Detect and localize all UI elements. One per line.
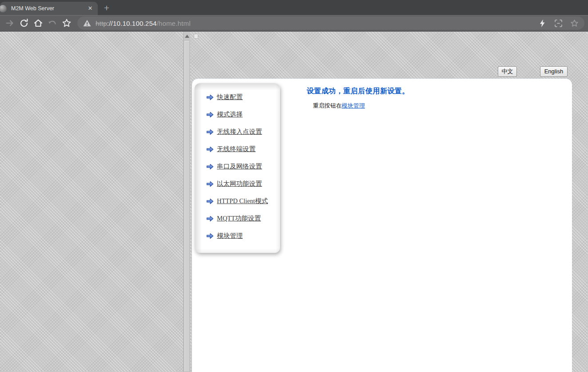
bookmark-star-icon[interactable] [61, 18, 72, 28]
restart-note-text: 重启按钮在 [313, 102, 342, 109]
arrow-right-icon [206, 198, 214, 204]
menu-item: 无线终端设置 [195, 140, 280, 158]
url-host: 10.10.100.254 [113, 20, 157, 27]
menu-link-serial-network-settings[interactable]: 串口及网络设置 [217, 162, 262, 171]
menu-link-wireless-ap-settings[interactable]: 无线接入点设置 [217, 128, 262, 136]
browser-tab[interactable]: M2M Web Server ✕ [0, 2, 98, 15]
tab-bar: M2M Web Server ✕ + [0, 0, 588, 15]
page-viewport: 中文 English 快速配置 模式选择 无线接入点设置 [0, 32, 588, 372]
module-management-link[interactable]: 模块管理 [342, 102, 365, 109]
menu-item: 模块管理 [195, 227, 280, 244]
not-secure-warning-icon[interactable] [83, 19, 92, 28]
menu-link-mode-select[interactable]: 模式选择 [217, 110, 243, 119]
undo-history-icon[interactable] [47, 18, 58, 28]
browser-toolbar: http://10.10.100.254/home.html [0, 15, 588, 32]
arrow-right-icon [206, 112, 214, 118]
browser-window: M2M Web Server ✕ + [0, 0, 588, 372]
language-button-english[interactable]: English [540, 66, 568, 77]
scrollbar-thumb[interactable] [184, 40, 190, 372]
url-scheme: http [96, 20, 107, 27]
arrow-right-icon [206, 233, 214, 239]
menu-link-httpd-client-mode[interactable]: HTTPD Client模式 [217, 197, 268, 205]
menu-link-ethernet-settings[interactable]: 以太网功能设置 [217, 180, 262, 188]
status-message: 设置成功，重启后使用新设置。 [307, 87, 409, 96]
reload-icon[interactable] [19, 18, 29, 28]
left-frame [0, 32, 184, 372]
tab-close-icon[interactable]: ✕ [86, 4, 94, 12]
url-delimiter: :// [107, 20, 113, 27]
arrow-right-icon [206, 164, 214, 170]
menu-item: HTTPD Client模式 [195, 192, 280, 210]
restart-note: 重启按钮在模块管理 [313, 102, 409, 110]
tab-title: M2M Web Server [11, 5, 86, 12]
menu-item: 无线接入点设置 [195, 123, 280, 140]
main-panel: 快速配置 模式选择 无线接入点设置 无线终端设置 [192, 79, 572, 372]
menu-link-mqtt-settings[interactable]: MQTT功能设置 [217, 214, 261, 223]
content-area: 设置成功，重启后使用新设置。 重启按钮在模块管理 [307, 87, 409, 110]
language-button-chinese[interactable]: 中文 [498, 66, 517, 77]
arrow-right-icon [206, 129, 214, 135]
arrow-right-icon [206, 181, 214, 187]
arrow-right-icon [206, 216, 214, 222]
left-frame-scrollbar[interactable] [184, 32, 190, 372]
menu-item: 串口及网络设置 [195, 158, 280, 175]
new-tab-button[interactable]: + [101, 3, 112, 13]
screen-capture-icon[interactable] [554, 19, 563, 28]
site-favicon-icon [0, 5, 7, 12]
menu-item: MQTT功能设置 [195, 210, 280, 227]
menu-item: 以太网功能设置 [195, 175, 280, 192]
forward-icon[interactable] [4, 18, 15, 28]
lightning-icon[interactable] [538, 19, 547, 28]
favorite-star-icon[interactable] [570, 19, 579, 28]
menu-link-module-management[interactable]: 模块管理 [217, 232, 243, 240]
arrow-right-icon [206, 146, 214, 152]
broken-image-icon [194, 34, 198, 39]
url-text: http://10.10.100.254/home.html [96, 20, 191, 27]
sidebar-menu: 快速配置 模式选择 无线接入点设置 无线终端设置 [195, 83, 280, 253]
content-frame: 中文 English 快速配置 模式选择 无线接入点设置 [190, 32, 588, 372]
menu-item: 模式选择 [195, 106, 280, 123]
scroll-up-button[interactable] [184, 33, 190, 39]
scroll-up-icon [185, 35, 189, 38]
menu-link-wireless-sta-settings[interactable]: 无线终端设置 [217, 145, 256, 153]
arrow-right-icon [206, 94, 214, 100]
menu-link-quick-config[interactable]: 快速配置 [217, 93, 243, 101]
menu-item: 快速配置 [195, 88, 280, 106]
url-path: /home.html [156, 20, 190, 27]
home-icon[interactable] [33, 18, 44, 28]
address-bar[interactable]: http://10.10.100.254/home.html [77, 16, 584, 30]
